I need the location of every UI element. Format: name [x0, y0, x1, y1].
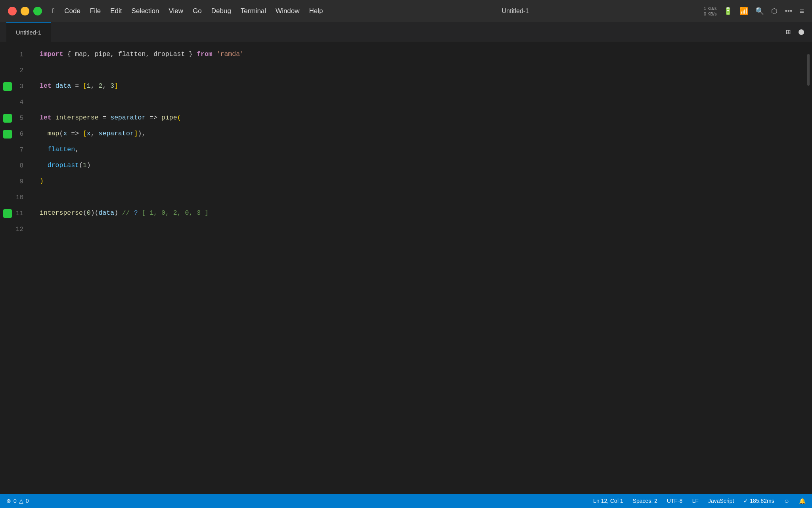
editor-tab[interactable]: Untitled-1 — [6, 22, 51, 42]
wifi-icon: 📶 — [739, 7, 748, 15]
menu-window[interactable]: Window — [272, 6, 303, 17]
search-icon: 🔍 — [755, 7, 764, 15]
title-bar-right: 1 KB/s 0 KB/s 🔋 📶 🔍 ⬡ ••• ≡ — [704, 6, 804, 17]
line-number-5: 5 — [12, 115, 30, 122]
close-button[interactable] — [8, 7, 17, 15]
status-right: Ln 12, Col 1 Spaces: 2 UTF-8 LF JavaScri… — [593, 498, 806, 504]
line-number-2: 2 — [12, 67, 30, 74]
indentation[interactable]: Spaces: 2 — [633, 498, 657, 504]
list-icon[interactable]: ≡ — [799, 7, 804, 16]
keyword-import: import — [40, 50, 63, 58]
gutter: 1 2 3 4 — [0, 46, 32, 490]
menu-go[interactable]: Go — [189, 6, 206, 17]
string-ramda: 'ramda' — [216, 50, 244, 58]
language-mode[interactable]: JavaScript — [708, 498, 734, 504]
breakpoint-5 — [3, 114, 12, 123]
gutter-row-5: 5 — [0, 110, 32, 126]
fn-droplast: dropLast — [48, 162, 79, 169]
tab-bar-left: Untitled-1 — [6, 22, 51, 42]
settings-dot-icon[interactable] — [799, 29, 804, 35]
line-ending[interactable]: LF — [692, 498, 699, 504]
code-line-3: let data = [ 1 , 2 , 3 ] — [40, 78, 805, 94]
code-line-5: let intersperse = separator => pipe ( — [40, 110, 805, 125]
extension-icon: ⬡ — [771, 7, 778, 15]
breakpoint-12 — [3, 225, 12, 234]
code-line-11: intersperse ( 0 )( data ) // ? [ 1 , 0 ,… — [40, 205, 805, 221]
breakpoint-1 — [3, 50, 12, 59]
menu-file[interactable]: File — [86, 6, 105, 17]
fn-intersperse-call: intersperse — [40, 209, 83, 217]
fn-map: map — [48, 130, 59, 137]
fn-pipe: pipe — [161, 114, 177, 121]
timing-indicator: ✓ 185.82ms — [743, 498, 774, 504]
line-number-8: 8 — [12, 162, 30, 169]
line-number-10: 10 — [12, 194, 30, 201]
menu-view[interactable]: View — [165, 6, 188, 17]
breakpoint-8 — [3, 162, 12, 170]
smiley-icon[interactable]: ☺ — [784, 498, 789, 504]
menu-selection[interactable]: Selection — [128, 6, 163, 17]
gutter-row-9: 9 — [0, 174, 32, 190]
battery-icon: 🔋 — [724, 7, 732, 15]
code-line-1: import { map, pipe, flatten, dropLast } … — [40, 46, 805, 62]
line-number-3: 3 — [12, 83, 30, 90]
keyword-from: from — [197, 50, 213, 58]
network-up: 1 KB/s — [704, 6, 716, 11]
gutter-row-10: 10 — [0, 190, 32, 206]
file-encoding[interactable]: UTF-8 — [667, 498, 683, 504]
line-number-4: 4 — [12, 99, 30, 106]
param-x: x — [63, 130, 67, 137]
code-area[interactable]: 1 2 3 4 — [0, 42, 812, 494]
code-line-9: ) — [40, 173, 805, 189]
fn-intersperse: intersperse — [56, 114, 99, 121]
scrollbar[interactable] — [805, 46, 812, 490]
status-errors[interactable]: ⊗ 0 △ 0 — [6, 498, 29, 504]
breakpoint-3 — [3, 82, 12, 91]
more-icon[interactable]: ••• — [785, 7, 792, 15]
breakpoint-2 — [3, 66, 12, 75]
error-icon: ⊗ — [6, 498, 11, 504]
line-number-11: 11 — [12, 210, 30, 217]
title-bar-left:  Code File Edit Selection View Go Debug… — [8, 6, 327, 17]
maximize-button[interactable] — [33, 7, 42, 15]
apple-menu[interactable]:  — [48, 6, 59, 17]
tab-bar-right: ⊞ — [786, 27, 812, 37]
menu-code[interactable]: Code — [60, 6, 84, 17]
error-count: 0 — [13, 498, 17, 504]
gutter-row-4: 4 — [0, 94, 32, 110]
code-line-4 — [40, 94, 805, 110]
scrollbar-thumb[interactable] — [807, 54, 810, 86]
code-lines[interactable]: import { map, pipe, flatten, dropLast } … — [32, 46, 805, 490]
line-number-9: 9 — [12, 178, 30, 185]
line-number-7: 7 — [12, 146, 30, 154]
gutter-row-12: 12 — [0, 221, 32, 237]
warning-icon: △ — [19, 498, 23, 504]
warning-count: 0 — [26, 498, 29, 504]
menu-debug[interactable]: Debug — [207, 6, 235, 17]
split-editor-icon[interactable]: ⊞ — [786, 27, 791, 37]
keyword-let-5: let — [40, 114, 52, 121]
code-line-8: dropLast ( 1 ) — [40, 157, 805, 173]
code-line-10 — [40, 189, 805, 205]
code-line-6: map ( x => [ x , separator ] ), — [40, 125, 805, 141]
notification-icon[interactable]: 🔔 — [799, 498, 806, 504]
minimize-button[interactable] — [21, 7, 29, 15]
network-down: 0 KB/s — [704, 11, 716, 17]
code-line-7: flatten , — [40, 141, 805, 157]
tab-bar: Untitled-1 ⊞ — [0, 22, 812, 42]
breakpoint-7 — [3, 146, 12, 154]
param-separator: separator — [110, 114, 146, 121]
breakpoint-6 — [3, 130, 12, 139]
cursor-position[interactable]: Ln 12, Col 1 — [593, 498, 623, 504]
traffic-lights — [8, 7, 42, 15]
menu-edit[interactable]: Edit — [106, 6, 126, 17]
menu-help[interactable]: Help — [305, 6, 327, 17]
gutter-row-6: 6 — [0, 126, 32, 142]
comment-question: ? — [134, 209, 138, 217]
status-bar: ⊗ 0 △ 0 Ln 12, Col 1 Spaces: 2 UTF-8 LF … — [0, 494, 812, 508]
line-number-6: 6 — [12, 131, 30, 138]
keyword-let-3: let — [40, 82, 52, 90]
line-number-1: 1 — [12, 51, 30, 58]
menu-terminal[interactable]: Terminal — [237, 6, 270, 17]
code-line-12 — [40, 221, 805, 237]
